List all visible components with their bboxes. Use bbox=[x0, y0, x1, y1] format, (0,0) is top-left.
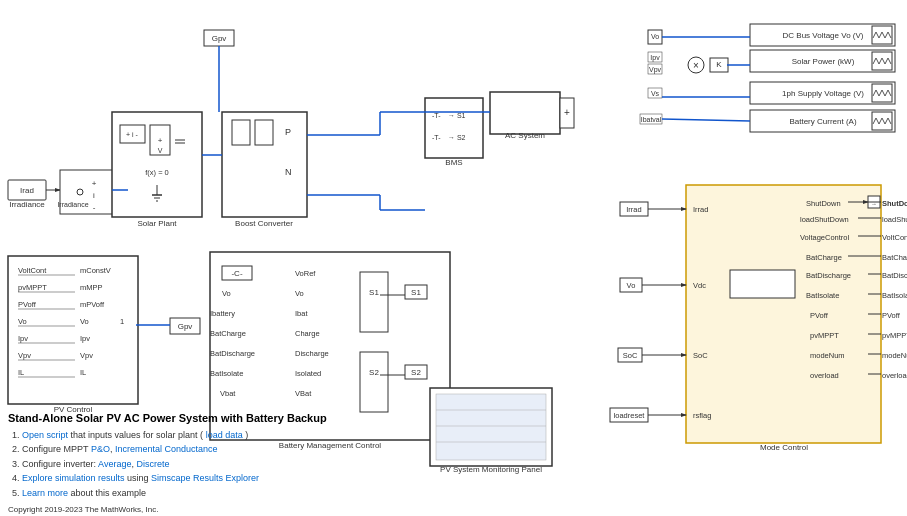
svg-text:+: + bbox=[564, 107, 570, 118]
svg-text:Ipv: Ipv bbox=[80, 334, 90, 343]
svg-text:i: i bbox=[93, 191, 95, 200]
svg-text:Vo: Vo bbox=[295, 289, 304, 298]
explore-link[interactable]: Explore simulation results bbox=[22, 473, 125, 483]
svg-text:Isolated: Isolated bbox=[295, 369, 321, 378]
svg-text:-T-: -T- bbox=[432, 134, 441, 141]
svg-rect-159 bbox=[730, 270, 795, 298]
svg-text:Irrad: Irrad bbox=[626, 205, 641, 214]
svg-text:ShutDown: ShutDown bbox=[806, 199, 841, 208]
svg-text:K: K bbox=[716, 60, 722, 69]
svg-text:BatCharge: BatCharge bbox=[210, 329, 246, 338]
svg-rect-116 bbox=[360, 272, 388, 332]
svg-text:pvMPPT: pvMPPT bbox=[18, 283, 47, 292]
svg-text:VoltCont: VoltCont bbox=[882, 233, 907, 242]
copyright-text: Copyright 2019-2023 The MathWorks, Inc. bbox=[8, 505, 158, 514]
svg-text:Vo: Vo bbox=[222, 289, 231, 298]
discrete-link[interactable]: Discrete bbox=[136, 459, 169, 469]
svg-text:Solar Power (kW): Solar Power (kW) bbox=[792, 57, 855, 66]
svg-text:N: N bbox=[285, 167, 292, 177]
step-5: Learn more about this example bbox=[22, 486, 348, 500]
svg-text:IL: IL bbox=[80, 368, 86, 377]
svg-text:Vo: Vo bbox=[80, 317, 89, 326]
svg-text:Vpv: Vpv bbox=[80, 351, 93, 360]
svg-text:-T-: -T- bbox=[432, 112, 441, 119]
svg-text:Vs: Vs bbox=[651, 90, 660, 97]
svg-rect-95 bbox=[490, 92, 560, 134]
svg-text:1: 1 bbox=[120, 317, 124, 326]
svg-text:Ibat: Ibat bbox=[295, 309, 308, 318]
svg-text:S1: S1 bbox=[411, 288, 421, 297]
svg-text:Vdc: Vdc bbox=[693, 281, 706, 290]
svg-text:pvMPPT: pvMPPT bbox=[810, 331, 839, 340]
incremental-link[interactable]: Incremental Conductance bbox=[115, 444, 218, 454]
svg-text:pvMPPT: pvMPPT bbox=[882, 331, 907, 340]
svg-text:Vpv: Vpv bbox=[18, 351, 31, 360]
svg-text:+: + bbox=[158, 136, 163, 145]
svg-text:f(x) = 0: f(x) = 0 bbox=[145, 168, 169, 177]
svg-text:Vo: Vo bbox=[651, 33, 659, 40]
svg-text:Ipv: Ipv bbox=[18, 334, 28, 343]
step-4: Explore simulation results using Simscap… bbox=[22, 471, 348, 485]
load-data-link[interactable]: load data bbox=[206, 430, 243, 440]
svg-text:VoltCont: VoltCont bbox=[18, 266, 47, 275]
svg-text:mConstV: mConstV bbox=[80, 266, 111, 275]
svg-text:overload: overload bbox=[810, 371, 839, 380]
svg-text:loadShutDown: loadShutDown bbox=[800, 215, 849, 224]
svg-text:Irradiance: Irradiance bbox=[9, 200, 45, 209]
svg-text:modeNum: modeNum bbox=[882, 351, 907, 360]
average-link[interactable]: Average bbox=[98, 459, 131, 469]
svg-text:IL: IL bbox=[18, 368, 24, 377]
svg-text:Ipv: Ipv bbox=[650, 54, 660, 62]
open-script-link[interactable]: Open script bbox=[22, 430, 68, 440]
svg-text:BMS: BMS bbox=[445, 158, 462, 167]
svg-text:BatDischarge: BatDischarge bbox=[210, 349, 255, 358]
svg-text:ShutDown: ShutDown bbox=[882, 199, 907, 208]
svg-rect-126 bbox=[686, 185, 881, 443]
svg-rect-60 bbox=[255, 120, 273, 145]
svg-text:Ibatval: Ibatval bbox=[641, 116, 662, 123]
svg-text:→ S1: → S1 bbox=[448, 112, 466, 119]
info-panel: Stand-Alone Solar PV AC Power System wit… bbox=[8, 412, 348, 500]
svg-text:Irrad: Irrad bbox=[693, 205, 708, 214]
diagram-container: Vo DC Bus Voltage Vo (V) Ipv Vpv × K Sol… bbox=[0, 0, 907, 516]
svg-text:VoltageControl: VoltageControl bbox=[800, 233, 850, 242]
learn-more-link[interactable]: Learn more bbox=[22, 488, 68, 498]
svg-text:Irradiance: Irradiance bbox=[57, 201, 88, 208]
svg-text:Gpv: Gpv bbox=[178, 322, 193, 331]
svg-text:SoC: SoC bbox=[623, 351, 638, 360]
svg-text:BatCharge: BatCharge bbox=[806, 253, 842, 262]
svg-text:BatIsolate: BatIsolate bbox=[210, 369, 243, 378]
svg-rect-59 bbox=[232, 120, 250, 145]
svg-text:BatIsolate: BatIsolate bbox=[806, 291, 839, 300]
svg-text:PVoff: PVoff bbox=[810, 311, 829, 320]
svg-text:SoC: SoC bbox=[693, 351, 708, 360]
svg-text:BatDischarge: BatDischarge bbox=[882, 271, 907, 280]
svg-text:Vo: Vo bbox=[627, 281, 636, 290]
svg-text:rsflag: rsflag bbox=[693, 411, 711, 420]
svg-text:Mode Control: Mode Control bbox=[760, 443, 808, 452]
svg-text:Solar Plant: Solar Plant bbox=[137, 219, 177, 228]
svg-text:mMPP: mMPP bbox=[80, 283, 103, 292]
svg-text:Vpv: Vpv bbox=[649, 66, 662, 74]
svg-text:1ph Supply Voltage (V): 1ph Supply Voltage (V) bbox=[782, 89, 864, 98]
step-3: Configure inverter: Average, Discrete bbox=[22, 457, 348, 471]
step-1: Open script that inputs values for solar… bbox=[22, 428, 348, 442]
svg-text:BatIsolate: BatIsolate bbox=[882, 291, 907, 300]
svg-text:mPVoff: mPVoff bbox=[80, 300, 105, 309]
svg-text:modeNum: modeNum bbox=[810, 351, 845, 360]
svg-text:PV System Monitoring Panel: PV System Monitoring Panel bbox=[440, 465, 542, 474]
svg-text:AC System: AC System bbox=[505, 131, 545, 140]
svg-rect-89 bbox=[425, 98, 483, 158]
step-2: Configure MPPT P&O, Incremental Conducta… bbox=[22, 442, 348, 456]
svg-text:V: V bbox=[158, 147, 163, 154]
svg-text:Irad: Irad bbox=[20, 186, 34, 195]
simscape-link[interactable]: Simscape Results Explorer bbox=[151, 473, 259, 483]
po-link[interactable]: P&O bbox=[91, 444, 110, 454]
svg-text:VoRef: VoRef bbox=[295, 269, 316, 278]
info-title: Stand-Alone Solar PV AC Power System wit… bbox=[8, 412, 348, 424]
step-1-text: that inputs values for solar plant ( bbox=[71, 430, 204, 440]
svg-text:BatCharge: BatCharge bbox=[882, 253, 907, 262]
svg-text:VBat: VBat bbox=[295, 389, 312, 398]
svg-rect-63 bbox=[8, 256, 138, 404]
svg-text:Boost Converter: Boost Converter bbox=[235, 219, 293, 228]
